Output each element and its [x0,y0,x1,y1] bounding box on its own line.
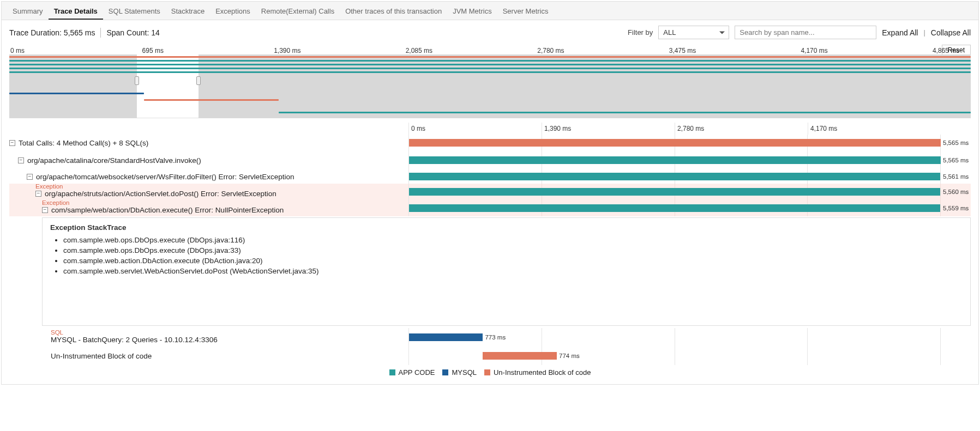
overview-bar [9,56,971,58]
row-label: MYSQL - BatchQuery: 2 Queries - 10.10.12… [51,336,218,344]
stacktrace-list: com.sample.web.ops.DbOps.execute (DbOps.… [50,235,963,276]
stacktrace-line: com.sample.web.ops.DbOps.execute (DbOps.… [63,235,963,245]
trace-rows: − Total Calls: 4 Method Call(s) + 8 SQL(… [9,135,971,365]
legend-label: MYSQL [452,368,477,377]
tree-toggle-icon[interactable]: − [27,174,33,180]
separator: | [923,28,925,37]
trace-row[interactable]: − org/apache/tomcat/websocket/server/WsF… [9,169,971,184]
tree-toggle-icon[interactable]: − [35,191,41,197]
span-bar [409,188,940,196]
span-count-label: Span Count: 14 [106,28,159,37]
row-label: org/apache/tomcat/websocket/server/WsFil… [36,173,294,181]
overview-bar [9,68,971,69]
trace-row-exception[interactable]: Exception − org/apache/struts/action/Act… [9,184,971,200]
legend-item: APP CODE [389,368,435,377]
overview-timeline: Reset 0 ms 695 ms 1,390 ms 2,085 ms 2,78… [9,45,971,118]
exception-label: Exception [35,183,63,190]
row-duration: 774 ms [559,353,580,359]
filter-select-value[interactable]: ALL [658,26,729,39]
tab-jvm-metrics[interactable]: JVM Metrics [447,4,497,20]
trace-panel: Summary Trace Details SQL Statements Sta… [1,1,979,385]
stacktrace-title: Exception StackTrace [50,223,963,232]
exception-label: Exception [42,199,70,206]
search-input[interactable] [735,26,876,39]
collapse-all-button[interactable]: Collapse All [931,28,971,37]
row-label: Un-Instrumented Block of code [51,352,152,360]
stacktrace-line: com.sample.web.action.DbAction.execute (… [63,256,963,266]
stacktrace-box: Exception StackTrace com.sample.web.ops.… [42,217,971,326]
row-label: org/apache/catalina/core/StandardHostVal… [27,156,201,165]
legend: APP CODE MYSQL Un-Instrumented Block of … [9,365,971,382]
row-label: com/sample/web/action/DbAction.execute()… [51,206,284,214]
filter-select[interactable]: ALL [658,26,729,39]
stacktrace-row: Exception StackTrace com.sample.web.ops.… [9,216,971,328]
overview-bar [9,93,144,94]
row-duration: 5,559 ms [943,205,969,211]
row-duration: 773 ms [485,334,506,341]
trace-row[interactable]: − org/apache/catalina/core/StandardHostV… [9,151,971,169]
tab-stacktrace[interactable]: Stacktrace [166,4,210,20]
info-bar: Trace Duration: 5,565 ms Span Count: 14 … [2,20,978,45]
expand-all-button[interactable]: Expand All [882,28,918,37]
overview-bar [9,60,971,62]
tab-exceptions[interactable]: Exceptions [210,4,256,20]
row-duration: 5,561 ms [943,173,969,180]
legend-item: Un-Instrumented Block of code [484,368,591,377]
row-label: Total Calls: 4 Method Call(s) + 8 SQL(s) [19,139,148,147]
span-bar [409,173,940,180]
tree-toggle-icon[interactable]: − [42,207,48,213]
tab-summary[interactable]: Summary [7,4,49,20]
tree-toggle-icon[interactable]: − [9,140,15,146]
tab-remote-calls[interactable]: Remote(External) Calls [256,4,340,20]
legend-swatch [484,369,490,375]
trace-row-root[interactable]: − Total Calls: 4 Method Call(s) + 8 SQL(… [9,135,971,151]
ruler: 0 ms 1,390 ms 2,780 ms 4,170 ms [409,123,941,135]
overview-body[interactable] [9,54,971,118]
overview-bar [279,112,971,113]
span-bar [409,204,940,212]
overview-handle-left[interactable] [135,76,139,85]
filter-by-label: Filter by [628,28,653,37]
row-duration: 5,560 ms [943,189,969,195]
ruler-tick: 4,170 ms [808,123,941,135]
span-bar [483,352,557,360]
row-duration: 5,565 ms [943,157,969,163]
sql-label: SQL [51,329,63,336]
legend-label: APP CODE [399,368,435,377]
tab-bar: Summary Trace Details SQL Statements Sta… [2,2,978,20]
trace-row[interactable]: Un-Instrumented Block of code 774 ms [9,347,971,365]
trace-duration-label: Trace Duration: 5,565 ms [9,28,95,37]
legend-label: Un-Instrumented Block of code [494,368,591,377]
overview-bar [144,99,279,101]
overview-ticks: 0 ms 695 ms 1,390 ms 2,085 ms 2,780 ms 3… [9,45,971,54]
tab-trace-details[interactable]: Trace Details [49,4,103,20]
tab-server-metrics[interactable]: Server Metrics [497,4,554,20]
trace-row-exception[interactable]: Exception − com/sample/web/action/DbActi… [9,200,971,216]
overview-bar [9,71,971,73]
legend-swatch [442,369,448,375]
divider [100,28,101,38]
ruler-tick: 0 ms [409,123,542,135]
stacktrace-line: com.sample.web.servlet.WebActionServlet.… [63,266,963,276]
legend-item: MYSQL [442,368,477,377]
span-bar [409,156,941,164]
overview-handle-right[interactable] [196,76,201,85]
span-bar [409,139,941,147]
main-trace-area: 0 ms 1,390 ms 2,780 ms 4,170 ms − Total … [9,123,971,382]
row-label: org/apache/struts/action/ActionServlet.d… [45,190,276,198]
ruler-tick: 2,780 ms [675,123,808,135]
trace-row-sql[interactable]: SQL MYSQL - BatchQuery: 2 Queries - 10.1… [9,328,971,347]
tab-sql-statements[interactable]: SQL Statements [103,4,166,20]
span-bar [409,333,483,341]
stacktrace-line: com.sample.web.ops.DbOps.execute (DbOps.… [63,245,963,256]
legend-swatch [389,369,395,375]
ruler-tick: 1,390 ms [542,123,675,135]
tree-toggle-icon[interactable]: − [18,157,24,163]
row-duration: 5,565 ms [943,139,969,146]
tab-other-traces[interactable]: Other traces of this transaction [340,4,447,20]
overview-bar [9,64,971,65]
